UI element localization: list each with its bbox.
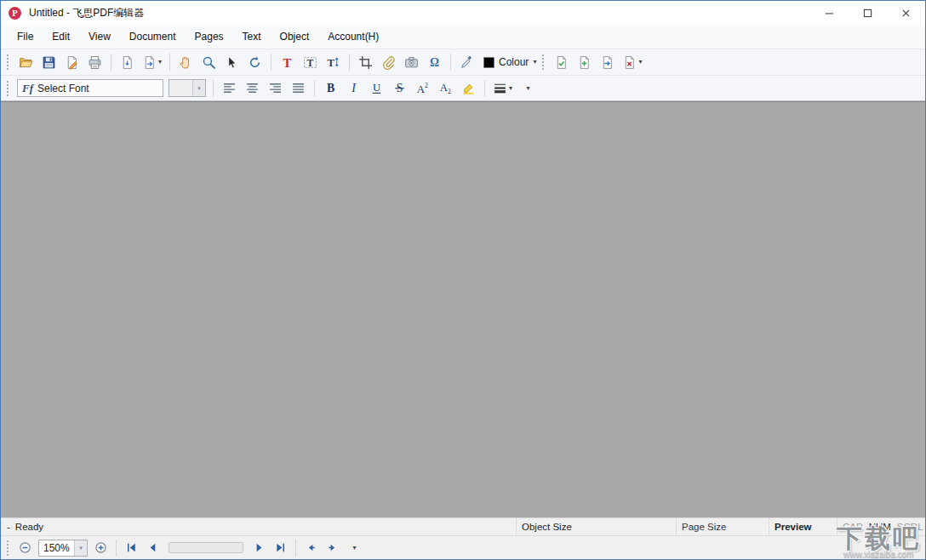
zoom-level-select[interactable]: 150% ▾: [38, 540, 88, 557]
first-page-button[interactable]: [122, 538, 141, 557]
menu-pages[interactable]: Pages: [186, 25, 233, 49]
align-left-button[interactable]: [219, 77, 240, 99]
zoom-tool-button[interactable]: [198, 52, 220, 73]
last-page-button[interactable]: [271, 538, 290, 557]
snapshot-button[interactable]: [401, 52, 422, 73]
export-pages-button[interactable]: ▾: [140, 52, 164, 73]
previous-view-button[interactable]: [301, 538, 321, 557]
page-extract-icon: [600, 55, 614, 70]
page-properties-button[interactable]: [551, 52, 572, 73]
svg-text:B: B: [327, 82, 334, 94]
insert-symbol-button[interactable]: Ω: [424, 52, 445, 73]
maximize-button[interactable]: [849, 1, 887, 25]
menu-view[interactable]: View: [79, 25, 120, 49]
attachment-button[interactable]: [378, 52, 399, 73]
highlight-button[interactable]: [458, 77, 479, 99]
chevron-down-icon[interactable]: ▾: [158, 59, 162, 66]
status-preview: Preview: [769, 518, 837, 535]
menu-account[interactable]: Account(H): [318, 25, 388, 49]
next-page-button[interactable]: [249, 538, 269, 557]
next-page-icon: [253, 541, 266, 554]
omega-icon: Ω: [427, 55, 442, 70]
add-text-button[interactable]: T: [277, 52, 298, 73]
menu-document[interactable]: Document: [120, 25, 186, 49]
window-title: Untitled - 飞思PDF编辑器: [29, 6, 144, 20]
menu-file[interactable]: File: [8, 25, 43, 49]
edit-document-icon: [65, 55, 79, 70]
more-options-button[interactable]: ▾: [517, 77, 538, 99]
crop-button[interactable]: [355, 52, 376, 73]
edit-text-button[interactable]: T: [300, 52, 321, 73]
line-style-button[interactable]: ▾: [490, 77, 515, 99]
chevron-down-icon[interactable]: ▾: [638, 59, 642, 66]
chevron-down-icon[interactable]: ▾: [527, 85, 530, 92]
align-justify-button[interactable]: [288, 77, 309, 99]
open-button[interactable]: [15, 52, 37, 73]
page-import-icon: [120, 55, 134, 70]
more-navigation-button[interactable]: ▾: [344, 538, 363, 557]
colour-button[interactable]: Colour▾: [479, 52, 539, 73]
strikethrough-button[interactable]: S: [389, 77, 410, 99]
hand-tool-button[interactable]: [175, 52, 197, 73]
toolbar-grip[interactable]: [7, 81, 10, 96]
window-controls: [810, 1, 925, 25]
select-tool-button[interactable]: [221, 52, 243, 73]
open-icon: [19, 55, 33, 70]
close-button[interactable]: [887, 1, 925, 25]
minimize-icon: [825, 9, 834, 18]
document-canvas[interactable]: [1, 101, 925, 517]
zoom-in-button[interactable]: [91, 538, 111, 557]
save-button[interactable]: [38, 52, 60, 73]
underline-button[interactable]: U: [366, 77, 387, 99]
font-size-select[interactable]: ▾: [169, 79, 206, 97]
font-icon: Ff: [18, 82, 37, 95]
rotate-tool-button[interactable]: [244, 52, 266, 73]
zoom-out-button[interactable]: [15, 538, 35, 557]
next-view-button[interactable]: [323, 538, 342, 557]
crop-icon: [358, 55, 373, 70]
toolbar-separator: [314, 80, 315, 97]
toolbar-grip[interactable]: [542, 54, 546, 70]
import-pages-button[interactable]: [117, 52, 138, 73]
menu-edit[interactable]: Edit: [43, 25, 79, 49]
extract-page-button[interactable]: [597, 52, 618, 73]
line-style-icon: [493, 81, 507, 95]
toolbar-separator: [484, 80, 485, 97]
num-lock-indicator: NUM: [869, 522, 891, 532]
save-as-button[interactable]: [61, 52, 83, 73]
format-toolbar: Ff Select Font ▾ BIUSA2A2▾▾: [1, 75, 925, 100]
insert-page-button[interactable]: [574, 52, 595, 73]
toolbar-grip[interactable]: [7, 54, 10, 70]
text-spacing-button[interactable]: T: [323, 52, 344, 73]
previous-page-button[interactable]: [143, 538, 163, 557]
superscript-icon: A2: [415, 81, 430, 95]
superscript-button[interactable]: A2: [412, 77, 433, 99]
rotate-icon: [248, 55, 262, 70]
align-center-button[interactable]: [242, 77, 263, 99]
highlighter-icon: [461, 81, 476, 95]
menu-text[interactable]: Text: [233, 25, 271, 49]
page-slider[interactable]: [169, 542, 243, 553]
bottom-toolbar: 150% ▾ ▾: [1, 535, 925, 559]
print-button[interactable]: [84, 52, 106, 73]
bold-button[interactable]: B: [320, 77, 341, 99]
chevron-down-icon[interactable]: ▾: [509, 85, 512, 92]
color-picker-button[interactable]: [456, 52, 477, 73]
align-right-icon: [268, 81, 283, 95]
font-select[interactable]: Ff Select Font: [17, 79, 163, 97]
menu-object[interactable]: Object: [271, 25, 319, 49]
main-toolbar: ▾TTTΩColour▾▾: [1, 49, 925, 75]
status-page-size: Page Size: [676, 518, 769, 535]
chevron-down-icon[interactable]: ▾: [533, 59, 536, 66]
chevron-down-icon[interactable]: ▾: [74, 540, 87, 556]
delete-page-button[interactable]: ▾: [620, 52, 644, 73]
align-right-button[interactable]: [265, 77, 286, 99]
subscript-button[interactable]: A2: [435, 77, 456, 99]
italic-button[interactable]: I: [343, 77, 364, 99]
toolbar-separator: [111, 54, 111, 71]
minimize-button[interactable]: [810, 1, 849, 25]
save-icon: [42, 55, 56, 70]
svg-text:Ω: Ω: [430, 56, 439, 69]
toolbar-grip[interactable]: [7, 540, 10, 556]
chevron-down-icon[interactable]: ▾: [192, 80, 205, 96]
